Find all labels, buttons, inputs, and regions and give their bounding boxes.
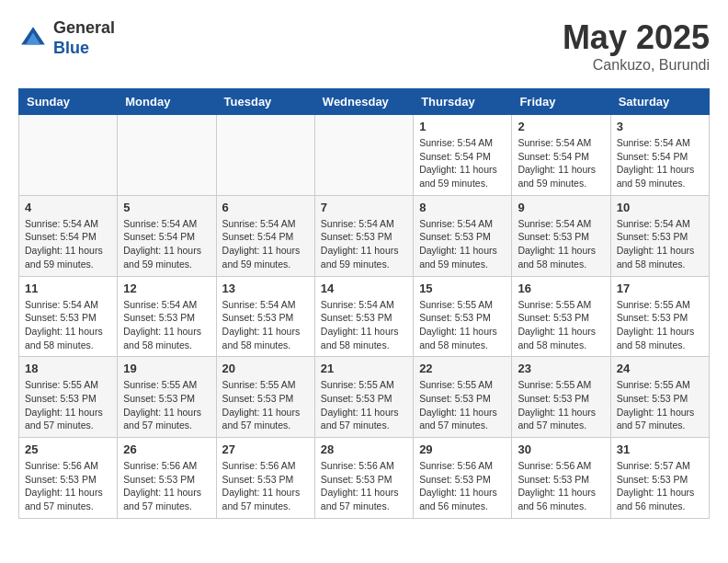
day-info: Sunrise: 5:55 AM Sunset: 5:53 PM Dayligh… [617, 298, 703, 352]
day-number: 17 [617, 282, 703, 295]
day-number: 29 [419, 442, 506, 456]
calendar-day-cell: 24Sunrise: 5:55 AM Sunset: 5:53 PM Dayli… [610, 357, 709, 438]
calendar-day-cell: 21Sunrise: 5:55 AM Sunset: 5:53 PM Dayli… [314, 357, 413, 438]
day-number: 13 [222, 282, 309, 295]
day-number: 18 [25, 362, 111, 375]
day-info: Sunrise: 5:55 AM Sunset: 5:53 PM Dayligh… [518, 378, 604, 432]
day-number: 12 [123, 282, 210, 295]
page-header: General Blue May 2025 Cankuzo, Burundi [18, 18, 710, 74]
calendar-day-cell: 15Sunrise: 5:55 AM Sunset: 5:53 PM Dayli… [414, 276, 512, 357]
day-info: Sunrise: 5:54 AM Sunset: 5:53 PM Dayligh… [222, 298, 309, 352]
day-number: 7 [321, 201, 407, 214]
logo-general: General [53, 18, 115, 39]
calendar-week-row: 25Sunrise: 5:56 AM Sunset: 5:53 PM Dayli… [19, 438, 710, 519]
calendar-day-cell: 26Sunrise: 5:56 AM Sunset: 5:53 PM Dayli… [118, 438, 216, 519]
calendar-day-cell: 17Sunrise: 5:55 AM Sunset: 5:53 PM Dayli… [610, 276, 709, 357]
day-info: Sunrise: 5:55 AM Sunset: 5:53 PM Dayligh… [222, 378, 309, 432]
calendar-day-cell: 18Sunrise: 5:55 AM Sunset: 5:53 PM Dayli… [19, 357, 118, 438]
day-of-week-header: Tuesday [216, 89, 314, 115]
calendar-day-cell: 23Sunrise: 5:55 AM Sunset: 5:53 PM Dayli… [512, 357, 610, 438]
day-number: 22 [419, 362, 506, 375]
logo-text: General Blue [53, 18, 115, 58]
calendar-day-cell: 1Sunrise: 5:54 AM Sunset: 5:54 PM Daylig… [414, 115, 512, 196]
calendar-day-cell: 25Sunrise: 5:56 AM Sunset: 5:53 PM Dayli… [19, 438, 118, 519]
calendar-day-cell: 28Sunrise: 5:56 AM Sunset: 5:53 PM Dayli… [314, 438, 413, 519]
day-number: 6 [222, 201, 309, 214]
day-of-week-header: Monday [118, 89, 216, 115]
calendar-day-cell [118, 115, 216, 196]
calendar-day-cell: 30Sunrise: 5:56 AM Sunset: 5:53 PM Dayli… [512, 438, 610, 519]
day-info: Sunrise: 5:54 AM Sunset: 5:53 PM Dayligh… [617, 217, 703, 271]
day-info: Sunrise: 5:54 AM Sunset: 5:53 PM Dayligh… [123, 298, 210, 352]
title-block: May 2025 Cankuzo, Burundi [563, 18, 710, 74]
calendar-day-cell: 13Sunrise: 5:54 AM Sunset: 5:53 PM Dayli… [216, 276, 314, 357]
calendar-day-cell: 5Sunrise: 5:54 AM Sunset: 5:54 PM Daylig… [118, 195, 216, 276]
day-number: 21 [321, 362, 407, 375]
day-number: 23 [518, 362, 604, 375]
day-number: 31 [617, 442, 703, 456]
day-info: Sunrise: 5:56 AM Sunset: 5:53 PM Dayligh… [518, 459, 604, 513]
logo-blue: Blue [53, 39, 115, 59]
day-number: 9 [518, 201, 604, 214]
day-info: Sunrise: 5:55 AM Sunset: 5:53 PM Dayligh… [518, 298, 604, 352]
calendar-week-row: 1Sunrise: 5:54 AM Sunset: 5:54 PM Daylig… [19, 115, 710, 196]
calendar-day-cell: 11Sunrise: 5:54 AM Sunset: 5:53 PM Dayli… [19, 276, 118, 357]
day-info: Sunrise: 5:54 AM Sunset: 5:53 PM Dayligh… [321, 298, 407, 352]
calendar-day-cell: 12Sunrise: 5:54 AM Sunset: 5:53 PM Dayli… [118, 276, 216, 357]
day-info: Sunrise: 5:56 AM Sunset: 5:53 PM Dayligh… [419, 459, 506, 513]
day-number: 25 [25, 442, 111, 456]
day-info: Sunrise: 5:55 AM Sunset: 5:53 PM Dayligh… [321, 378, 407, 432]
calendar-day-cell: 22Sunrise: 5:55 AM Sunset: 5:53 PM Dayli… [414, 357, 512, 438]
day-number: 8 [419, 201, 506, 214]
title-location: Cankuzo, Burundi [563, 57, 710, 74]
calendar-day-cell: 3Sunrise: 5:54 AM Sunset: 5:54 PM Daylig… [610, 115, 709, 196]
calendar-day-cell [314, 115, 413, 196]
calendar-day-cell: 31Sunrise: 5:57 AM Sunset: 5:53 PM Dayli… [610, 438, 709, 519]
day-number: 10 [617, 201, 703, 214]
calendar-day-cell: 29Sunrise: 5:56 AM Sunset: 5:53 PM Dayli… [414, 438, 512, 519]
day-info: Sunrise: 5:55 AM Sunset: 5:53 PM Dayligh… [419, 378, 506, 432]
day-info: Sunrise: 5:56 AM Sunset: 5:53 PM Dayligh… [123, 459, 210, 513]
calendar-day-cell: 20Sunrise: 5:55 AM Sunset: 5:53 PM Dayli… [216, 357, 314, 438]
calendar-table: SundayMondayTuesdayWednesdayThursdayFrid… [18, 88, 710, 519]
day-number: 27 [222, 442, 309, 456]
calendar-week-row: 18Sunrise: 5:55 AM Sunset: 5:53 PM Dayli… [19, 357, 710, 438]
day-info: Sunrise: 5:57 AM Sunset: 5:53 PM Dayligh… [617, 459, 703, 513]
day-info: Sunrise: 5:54 AM Sunset: 5:54 PM Dayligh… [419, 136, 506, 190]
day-number: 16 [518, 282, 604, 295]
day-number: 3 [617, 120, 703, 133]
day-number: 24 [617, 362, 703, 375]
calendar-day-cell: 10Sunrise: 5:54 AM Sunset: 5:53 PM Dayli… [610, 195, 709, 276]
calendar-day-cell [19, 115, 118, 196]
day-number: 20 [222, 362, 309, 375]
day-number: 2 [518, 120, 604, 133]
calendar-week-row: 11Sunrise: 5:54 AM Sunset: 5:53 PM Dayli… [19, 276, 710, 357]
day-info: Sunrise: 5:56 AM Sunset: 5:53 PM Dayligh… [222, 459, 309, 513]
day-number: 28 [321, 442, 407, 456]
day-number: 14 [321, 282, 407, 295]
calendar-day-cell: 4Sunrise: 5:54 AM Sunset: 5:54 PM Daylig… [19, 195, 118, 276]
calendar-day-cell: 16Sunrise: 5:55 AM Sunset: 5:53 PM Dayli… [512, 276, 610, 357]
day-number: 15 [419, 282, 506, 295]
day-info: Sunrise: 5:54 AM Sunset: 5:53 PM Dayligh… [518, 217, 604, 271]
day-number: 11 [25, 282, 111, 295]
calendar-day-cell: 27Sunrise: 5:56 AM Sunset: 5:53 PM Dayli… [216, 438, 314, 519]
logo-icon [18, 24, 48, 53]
day-info: Sunrise: 5:54 AM Sunset: 5:54 PM Dayligh… [25, 217, 111, 271]
day-info: Sunrise: 5:54 AM Sunset: 5:54 PM Dayligh… [123, 217, 210, 271]
day-of-week-header: Saturday [610, 89, 709, 115]
day-info: Sunrise: 5:56 AM Sunset: 5:53 PM Dayligh… [25, 459, 111, 513]
day-info: Sunrise: 5:54 AM Sunset: 5:53 PM Dayligh… [321, 217, 407, 271]
logo: General Blue [18, 18, 115, 58]
day-info: Sunrise: 5:55 AM Sunset: 5:53 PM Dayligh… [419, 298, 506, 352]
title-month: May 2025 [563, 18, 710, 57]
day-of-week-header: Wednesday [314, 89, 413, 115]
day-of-week-header: Friday [512, 89, 610, 115]
calendar-week-row: 4Sunrise: 5:54 AM Sunset: 5:54 PM Daylig… [19, 195, 710, 276]
day-info: Sunrise: 5:54 AM Sunset: 5:53 PM Dayligh… [419, 217, 506, 271]
calendar-day-cell: 7Sunrise: 5:54 AM Sunset: 5:53 PM Daylig… [314, 195, 413, 276]
day-number: 5 [123, 201, 210, 214]
day-number: 19 [123, 362, 210, 375]
calendar-day-cell: 9Sunrise: 5:54 AM Sunset: 5:53 PM Daylig… [512, 195, 610, 276]
day-number: 30 [518, 442, 604, 456]
